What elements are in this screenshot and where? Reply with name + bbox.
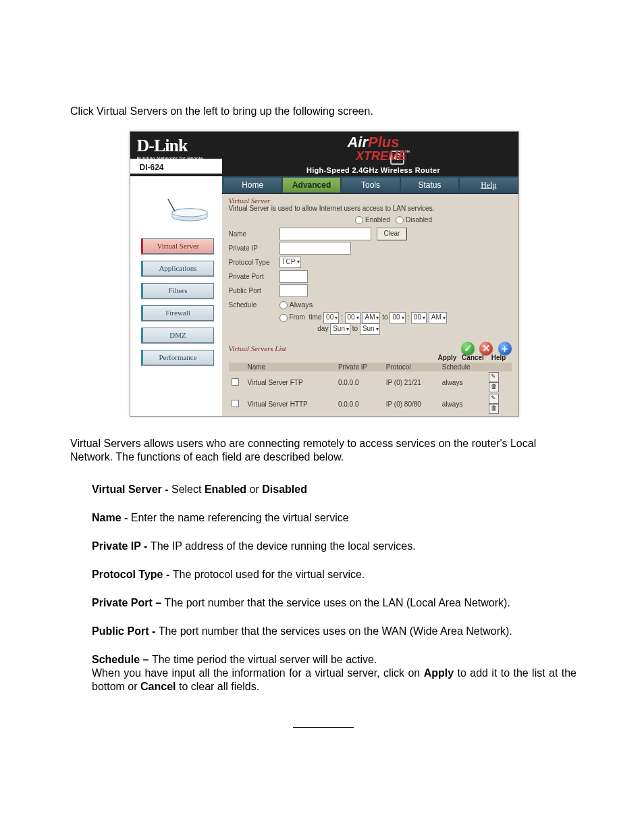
tab-tools[interactable]: Tools (341, 177, 400, 193)
sched-ampm1[interactable]: AM▾ (362, 312, 380, 323)
section-desc: Virtual Server is used to allow Internet… (229, 205, 512, 212)
col-name: Name (245, 363, 336, 371)
label-private-ip: Private IP (229, 244, 279, 252)
main-panel: Virtual Server Virtual Server is used to… (222, 194, 518, 416)
clear-button[interactable]: Clear (377, 228, 408, 240)
sidebar-virtual-server[interactable]: Virtual Server (141, 238, 214, 254)
public-port-input[interactable] (279, 284, 308, 297)
sidebar-applications[interactable]: Applications (141, 261, 214, 276)
radio-from[interactable] (279, 314, 288, 322)
protocol-select[interactable]: TCP▾ (279, 257, 301, 268)
label-private-port: Private Port (229, 273, 279, 280)
apply-label: Apply (435, 354, 460, 361)
col-schedule: Schedule (439, 363, 486, 371)
row-checkbox[interactable] (232, 378, 239, 386)
help-icon[interactable]: ＋ (498, 342, 512, 355)
cancel-icon[interactable]: ✕ (479, 342, 493, 355)
label-name: Name (229, 230, 279, 238)
radio-always-label: Always (290, 301, 313, 309)
edit-icon[interactable]: ✎ (489, 394, 499, 404)
radio-enabled[interactable] (355, 216, 363, 224)
private-ip-input[interactable] (279, 242, 351, 255)
sidebar-firewall[interactable]: Firewall (141, 305, 214, 321)
label-public-port: Public Port (229, 287, 279, 294)
sidebar-filters[interactable]: Filters (141, 283, 214, 298)
virtual-servers-table: Name Private IP Protocol Schedule Virtua… (229, 363, 512, 415)
field-definitions: Virtual Server - Select Enabled or Disab… (70, 483, 576, 694)
radio-from-label: From (290, 313, 305, 321)
model-label: DI-624 (130, 159, 222, 174)
sched-m1[interactable]: 00▾ (345, 312, 360, 323)
name-input[interactable] (279, 228, 371, 240)
intro-text: Click Virtual Servers on the left to bri… (70, 105, 576, 118)
radio-always[interactable] (279, 301, 288, 309)
radio-disabled-label: Disabled (406, 216, 432, 224)
table-row: Virtual Server HTTP 0.0.0.0 IP (0) 80/80… (229, 393, 512, 415)
sidebar: Virtual Server Applications Filters Fire… (130, 194, 222, 416)
sched-day2[interactable]: Sun▾ (360, 323, 380, 335)
table-row: Virtual Server FTP 0.0.0.0 IP (0) 21/21 … (229, 371, 512, 393)
apply-icon[interactable]: ✓ (461, 342, 475, 355)
row-checkbox[interactable] (232, 400, 239, 407)
day-to-label: to (352, 325, 358, 332)
sched-day1[interactable]: Sun▾ (330, 323, 350, 335)
label-schedule: Schedule (229, 301, 279, 309)
col-ip: Private IP (336, 363, 383, 371)
radio-disabled[interactable] (396, 216, 404, 224)
sched-ampm2[interactable]: AM▾ (429, 312, 447, 323)
tab-advanced[interactable]: Advanced (282, 177, 341, 193)
product-branding: AirPlus XTREMEG™ High-Speed 2.4GHz Wirel… (229, 132, 518, 176)
help-label: Help (486, 354, 512, 361)
cancel-label: Cancel (460, 354, 486, 361)
sched-h1[interactable]: 00▾ (323, 312, 339, 323)
time-label: time (308, 313, 321, 321)
router-icon (163, 198, 211, 222)
tab-help[interactable]: Help (459, 177, 518, 193)
edit-icon[interactable]: ✎ (489, 372, 499, 382)
router-screenshot: D-Link Building Networks for People AirP… (130, 131, 519, 417)
section-heading: Virtual Server (229, 197, 512, 205)
sched-h2[interactable]: 00▾ (390, 312, 405, 323)
tab-status[interactable]: Status (400, 177, 459, 193)
to-label: to (382, 313, 387, 321)
sidebar-dmz[interactable]: DMZ (141, 328, 214, 343)
col-protocol: Protocol (383, 363, 439, 371)
sched-m2[interactable]: 00▾ (411, 312, 427, 323)
page-divider (293, 727, 354, 728)
svg-point-1 (172, 209, 207, 217)
radio-enabled-label: Enabled (365, 216, 390, 224)
label-protocol-type: Protocol Type (229, 259, 279, 266)
delete-icon[interactable]: 🗑 (489, 404, 499, 414)
desc-paragraph: Virtual Servers allows users who are con… (70, 437, 576, 464)
delete-icon[interactable]: 🗑 (489, 382, 499, 392)
sidebar-performance[interactable]: Performance (141, 350, 214, 365)
private-port-input[interactable] (279, 270, 308, 283)
tab-home[interactable]: Home (223, 177, 282, 193)
svg-line-2 (168, 199, 175, 211)
day-label: day (317, 325, 328, 332)
tab-nav: Home Advanced Tools Status Help (222, 176, 518, 194)
